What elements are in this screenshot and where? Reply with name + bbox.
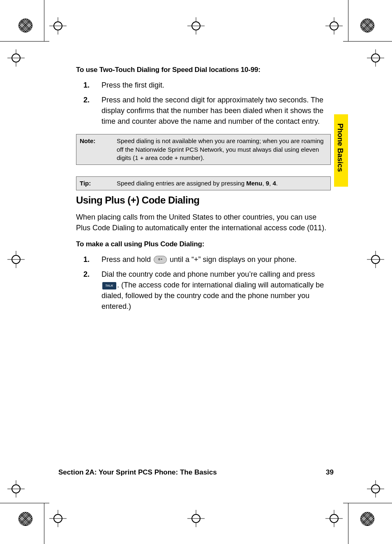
tip-key-9: 9 [266, 180, 269, 187]
side-tab-label: Phone Basics [336, 123, 344, 172]
crop-mark [7, 49, 25, 67]
list-item: 1. Press the first digit. [76, 80, 331, 90]
step-text: Dial the country code and phone number y… [101, 269, 331, 312]
step-number: 2. [76, 269, 101, 312]
crop-mark [367, 480, 384, 498]
crop-line [348, 503, 348, 544]
crop-mark [325, 17, 343, 35]
crop-mark [49, 510, 67, 527]
footer-section: Section 2A: Your Sprint PCS Phone: The B… [58, 468, 217, 477]
page-content: To use Two-Touch Dialing for Speed Dial … [76, 66, 331, 319]
crop-mark [49, 17, 67, 35]
tip-key-4: 4 [272, 180, 276, 187]
tip-callout: Tip: Speed dialing entries are assigned … [76, 176, 331, 190]
page-number: 39 [326, 468, 334, 477]
crop-line [44, 0, 44, 41]
note-callout: Note: Speed dialing is not available whe… [76, 134, 331, 165]
steps-two-touch: 1. Press the first digit. 2. Press and h… [76, 80, 331, 127]
registration-mark [18, 19, 32, 32]
registration-mark [18, 512, 32, 526]
crop-mark [187, 17, 205, 35]
crop-line [348, 0, 348, 41]
tip-body: Speed dialing entries are assigned by pr… [115, 177, 330, 190]
list-item: 1. Press and hold until a “+” sign displ… [76, 254, 331, 265]
side-tab-phone-basics: Phone Basics [334, 114, 348, 187]
step-text: Press and hold until a “+” sign displays… [101, 254, 331, 265]
heading-plus-code: Using Plus (+) Code Dialing [76, 194, 331, 206]
note-label: Note: [76, 134, 115, 164]
crop-line [0, 503, 49, 503]
subheading-two-touch: To use Two-Touch Dialing for Speed Dial … [76, 66, 331, 74]
step-number: 2. [76, 95, 101, 127]
step-text: Press and hold the second digit for appr… [101, 95, 331, 127]
crop-mark [7, 251, 25, 268]
crop-line [44, 503, 44, 544]
intro-plus-code: When placing calls from the United State… [76, 212, 331, 233]
crop-line [343, 503, 392, 503]
talk-key-icon [102, 282, 116, 289]
zero-key-icon [154, 256, 167, 264]
crop-mark [367, 49, 384, 67]
step-number: 1. [76, 80, 101, 90]
subheading-plus-code: To make a call using Plus Code Dialing: [76, 240, 331, 248]
crop-line [343, 41, 392, 42]
steps-plus-code: 1. Press and hold until a “+” sign displ… [76, 254, 331, 312]
list-item: 2. Dial the country code and phone numbe… [76, 269, 331, 312]
crop-mark [7, 480, 25, 498]
tip-menu: Menu [246, 180, 262, 187]
step-number: 1. [76, 254, 101, 265]
registration-mark [360, 512, 374, 526]
step-text: Press the first digit. [101, 80, 331, 90]
crop-mark [367, 251, 384, 268]
tip-text: Speed dialing entries are assigned by pr… [117, 180, 246, 187]
crop-line [0, 41, 49, 42]
note-body: Speed dialing is not available when you … [115, 134, 330, 164]
tip-label: Tip: [76, 177, 115, 190]
list-item: 2. Press and hold the second digit for a… [76, 95, 331, 127]
page-footer: Section 2A: Your Sprint PCS Phone: The B… [58, 468, 334, 477]
crop-mark [187, 510, 205, 527]
registration-mark [360, 19, 374, 32]
crop-mark [325, 510, 343, 527]
